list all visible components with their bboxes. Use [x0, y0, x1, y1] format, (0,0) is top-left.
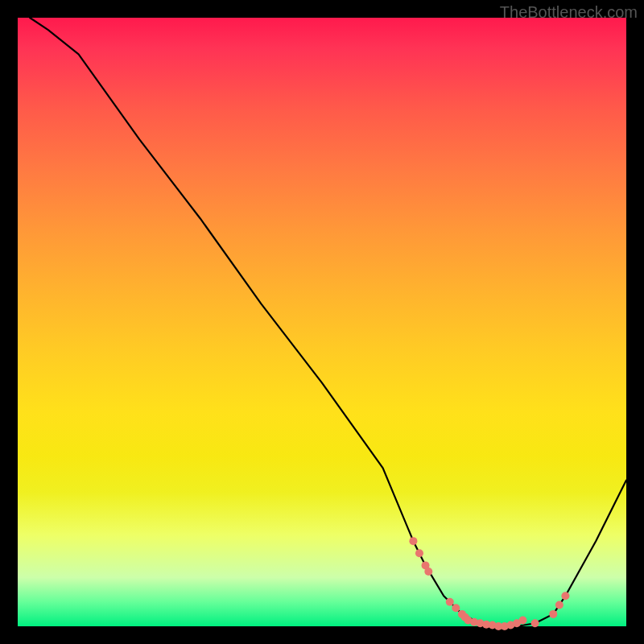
marker-point — [424, 568, 432, 576]
marker-point — [415, 549, 423, 557]
marker-point — [561, 592, 569, 600]
bottleneck-curve — [30, 18, 626, 626]
marker-point — [446, 598, 454, 606]
chart-root: TheBottleneck.com — [0, 0, 644, 644]
marker-group — [409, 537, 569, 630]
plot-area — [18, 18, 626, 626]
marker-point — [452, 604, 460, 612]
marker-point — [409, 537, 417, 545]
marker-point — [549, 610, 557, 618]
marker-point — [518, 616, 526, 624]
curve-layer — [18, 18, 626, 626]
marker-point — [531, 619, 539, 627]
watermark-label: TheBottleneck.com — [500, 3, 638, 22]
marker-point — [555, 601, 564, 609]
